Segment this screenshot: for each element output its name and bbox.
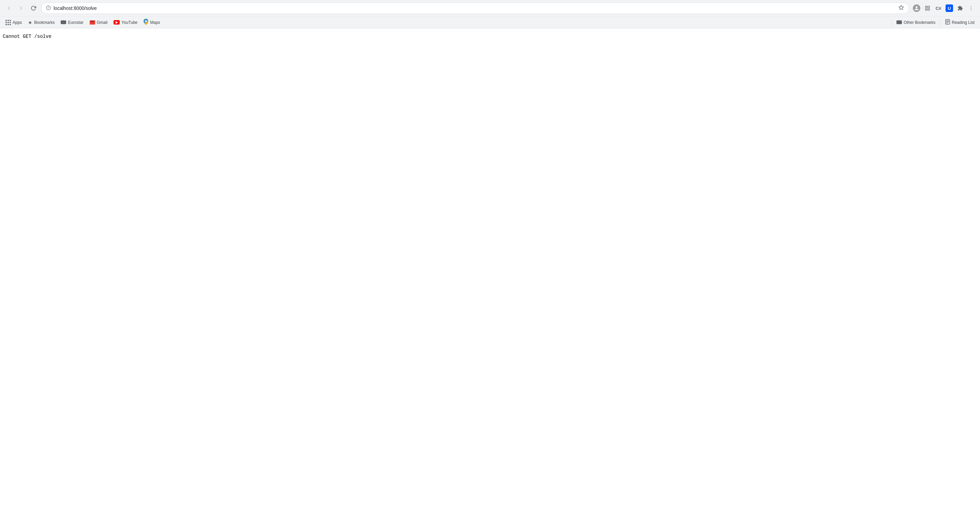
svg-point-11 [145, 21, 147, 22]
bookmark-gmail[interactable]: Gmail [87, 18, 110, 27]
nav-bar: localhost:8000/solve [0, 0, 980, 16]
apps-label: Apps [13, 20, 22, 25]
svg-point-10 [971, 10, 972, 10]
bookmark-maps[interactable]: Maps [141, 17, 163, 27]
page-content: Cannot GET /solve [0, 28, 980, 508]
gmail-icon [90, 20, 95, 25]
other-bookmarks-folder-icon [896, 19, 902, 25]
forward-button[interactable] [16, 3, 26, 13]
maps-icon [143, 19, 148, 26]
other-bookmarks[interactable]: Other Bookmarks [894, 18, 938, 27]
svg-rect-6 [926, 8, 927, 10]
tab-search-button[interactable] [923, 3, 932, 13]
bookmark-page-icon[interactable] [899, 5, 904, 11]
youtube-label: YouTube [121, 20, 137, 25]
svg-point-9 [971, 8, 972, 8]
menu-button[interactable] [966, 3, 976, 13]
ubiquiti-extension-button[interactable]: U [945, 3, 954, 13]
youtube-icon [113, 20, 120, 25]
reading-list-icon [945, 19, 950, 25]
back-button[interactable] [4, 3, 14, 13]
svg-marker-3 [899, 5, 903, 10]
url-text: localhost:8000/solve [54, 5, 896, 11]
reload-button[interactable] [29, 3, 38, 13]
gmail-label: Gmail [97, 20, 107, 25]
bookmark-youtube[interactable]: YouTube [111, 19, 140, 26]
svg-point-8 [971, 6, 972, 7]
eurostar-label: Eurostar [68, 20, 83, 25]
bookmarks-right: Other Bookmarks Reading List [890, 18, 977, 27]
svg-rect-5 [928, 6, 929, 8]
bookmark-eurostar[interactable]: Eurostar [58, 18, 86, 27]
other-bookmarks-label: Other Bookmarks [904, 20, 935, 25]
svg-rect-4 [926, 6, 927, 8]
profile-button[interactable] [912, 3, 921, 13]
svg-rect-7 [928, 8, 929, 10]
bookmark-apps[interactable]: Apps [3, 18, 25, 27]
reading-separator [940, 19, 940, 25]
maps-label: Maps [150, 20, 160, 25]
apps-grid-icon [5, 20, 11, 25]
security-icon [46, 5, 51, 11]
reading-list[interactable]: Reading List [942, 18, 977, 27]
browser-chrome: localhost:8000/solve [0, 0, 980, 28]
bookmark-bookmarks[interactable]: ★ Bookmarks [25, 18, 57, 27]
csharp-extension-button[interactable]: C# [934, 3, 943, 13]
error-message: Cannot GET /solve [3, 34, 977, 39]
folder-icon [61, 19, 66, 25]
bookmarks-bar: Apps ★ Bookmarks Eurostar [0, 16, 980, 28]
bookmarks-separator [891, 19, 892, 25]
reading-list-label: Reading List [952, 20, 975, 25]
address-bar[interactable]: localhost:8000/solve [41, 2, 909, 14]
extensions-button[interactable] [955, 3, 965, 13]
toolbar-icons: C# U [912, 3, 976, 13]
bookmarks-label: Bookmarks [34, 20, 54, 25]
star-icon: ★ [28, 20, 32, 25]
